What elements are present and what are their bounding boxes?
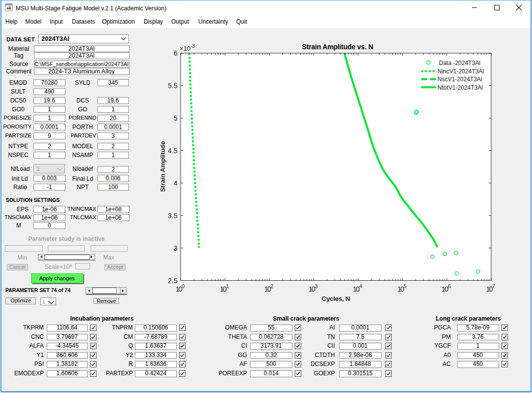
- svg-text:106: 106: [441, 283, 451, 293]
- svg-text:6: 6: [174, 49, 178, 57]
- svg-text:4: 4: [174, 179, 178, 187]
- svg-text:Data -2024T3Al: Data -2024T3Al: [439, 60, 480, 66]
- svg-text:×10-3: ×10-3: [180, 43, 195, 52]
- svg-text:2.5: 2.5: [168, 277, 178, 285]
- svg-text:105: 105: [397, 283, 407, 293]
- svg-text:NscV1-2024T3Al: NscV1-2024T3Al: [438, 76, 482, 83]
- svg-text:3: 3: [174, 244, 178, 252]
- svg-text:107: 107: [486, 283, 496, 293]
- svg-text:NincV1-2024T3Al: NincV1-2024T3Al: [438, 68, 484, 75]
- svg-text:100: 100: [176, 283, 185, 293]
- svg-text:5.5: 5.5: [168, 82, 178, 90]
- svg-text:101: 101: [220, 283, 229, 293]
- svg-text:104: 104: [353, 283, 362, 293]
- svg-text:Cycles, N: Cycles, N: [322, 295, 350, 302]
- svg-text:NtotV1-2024T3Al: NtotV1-2024T3Al: [438, 84, 483, 91]
- svg-text:102: 102: [264, 283, 274, 293]
- svg-text:103: 103: [309, 283, 318, 293]
- svg-text:Strain Amplitude: Strain Amplitude: [159, 141, 166, 192]
- svg-text:Strain Amplitude vs. N: Strain Amplitude vs. N: [302, 43, 374, 51]
- svg-text:3.5: 3.5: [168, 212, 178, 220]
- svg-text:4.5: 4.5: [168, 147, 178, 155]
- svg-text:5: 5: [174, 114, 178, 122]
